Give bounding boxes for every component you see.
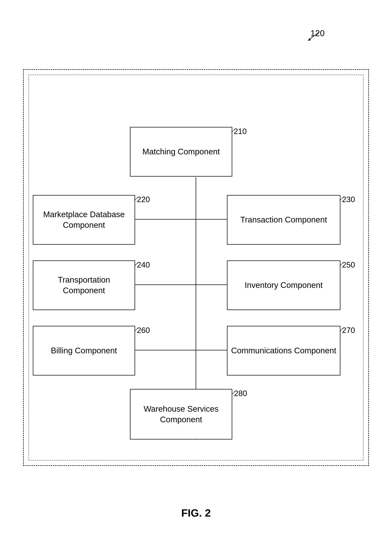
ref-270: 270 <box>342 326 355 335</box>
page-container: 120 Matching Component 210 Mar <box>0 0 392 551</box>
svg-line-9 <box>231 129 235 133</box>
ref-220: 220 <box>137 195 150 204</box>
marketplace-db-component-label: Marketplace Database Component <box>37 209 131 230</box>
transaction-component-box: Transaction Component <box>227 195 340 245</box>
ref-280-line <box>232 391 235 395</box>
transaction-component-label: Transaction Component <box>240 215 327 225</box>
ref-260-line <box>134 328 138 332</box>
ref-220-line <box>134 197 138 201</box>
inventory-component-box: Inventory Component <box>227 260 340 310</box>
ref-210-line <box>231 129 235 133</box>
warehouse-component-label: Warehouse Services Component <box>134 404 228 425</box>
matching-component-label: Matching Component <box>142 146 220 157</box>
svg-line-11 <box>340 197 343 201</box>
warehouse-component-box: Warehouse Services Component <box>130 389 232 439</box>
fig-label: FIG. 2 <box>181 507 211 519</box>
ref-250: 250 <box>342 260 355 269</box>
ref-230-line <box>340 197 343 201</box>
billing-component-label: Billing Component <box>51 345 117 356</box>
inventory-component-label: Inventory Component <box>245 280 323 291</box>
ref-260: 260 <box>137 326 150 335</box>
ref-270-line <box>340 328 343 332</box>
ref-240: 240 <box>137 260 150 269</box>
transportation-component-label: Transportation Component <box>37 275 131 296</box>
svg-line-10 <box>134 197 138 201</box>
transportation-component-box: Transportation Component <box>33 260 135 310</box>
communications-component-box: Communications Component <box>227 326 340 376</box>
billing-component-box: Billing Component <box>33 326 135 376</box>
ref-120-arrow <box>307 31 321 42</box>
communications-component-label: Communications Component <box>231 345 336 356</box>
matching-component-box: Matching Component <box>130 127 232 177</box>
svg-line-16 <box>232 391 235 395</box>
ref-240-line <box>134 263 138 266</box>
ref-230: 230 <box>342 195 355 204</box>
ref-250-line <box>340 263 343 266</box>
ref-210: 210 <box>234 127 247 136</box>
svg-line-15 <box>340 328 343 332</box>
svg-line-0 <box>309 32 319 40</box>
ref-280: 280 <box>234 389 247 398</box>
svg-line-12 <box>134 263 138 266</box>
svg-line-14 <box>134 328 138 332</box>
svg-line-13 <box>340 263 343 266</box>
marketplace-db-component-box: Marketplace Database Component <box>33 195 135 245</box>
